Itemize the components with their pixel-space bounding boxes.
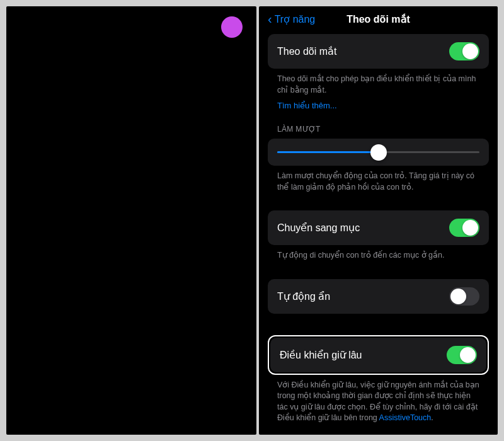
- toggle-knob: [450, 289, 466, 304]
- back-button[interactable]: ‹ Trợ năng: [268, 13, 315, 25]
- auto-hide-toggle[interactable]: [449, 287, 479, 306]
- eye-tracking-description: Theo dõi mắt cho phép bạn điều khiển thi…: [268, 69, 489, 98]
- eye-tracking-cursor-dot: [221, 16, 243, 38]
- assistivetouch-link[interactable]: AssistiveTouch: [379, 413, 432, 422]
- toggle-knob: [462, 43, 478, 59]
- auto-hide-label: Tự động ẩn: [277, 290, 330, 302]
- dwell-control-suffix: .: [431, 413, 433, 422]
- dwell-control-label: Điều khiển giữ lâu: [280, 349, 362, 361]
- smoothing-slider-card: [268, 139, 489, 166]
- slider-fill: [277, 151, 379, 153]
- snap-to-item-row: Chuyển sang mục: [268, 210, 489, 245]
- snap-to-item-toggle[interactable]: [449, 219, 479, 237]
- dwell-control-toggle[interactable]: [447, 346, 477, 364]
- eye-tracking-label: Theo dõi mắt: [277, 45, 336, 57]
- smoothing-section-label: LÀM MƯỢT: [268, 111, 489, 139]
- dwell-control-description: Với Điều khiển giữ lâu, việc giữ nguyên …: [268, 375, 489, 427]
- page-title: Theo dõi mắt: [346, 13, 410, 25]
- snap-to-item-description: Tự động di chuyển con trỏ đến các mục ở …: [268, 245, 489, 264]
- auto-hide-row: Tự động ẩn: [268, 279, 489, 314]
- nav-header: ‹ Trợ năng Theo dõi mắt: [259, 6, 498, 34]
- dwell-control-desc-text: Với Điều khiển giữ lâu, việc giữ nguyên …: [277, 381, 479, 423]
- toggle-knob: [460, 347, 476, 363]
- learn-more-link[interactable]: Tìm hiểu thêm...: [268, 98, 346, 110]
- slider-thumb[interactable]: [370, 144, 387, 161]
- eye-tracking-toggle[interactable]: [449, 42, 479, 60]
- eye-tracking-row: Theo dõi mắt: [268, 34, 489, 69]
- left-preview-panel: [6, 6, 256, 435]
- toggle-knob: [462, 220, 478, 236]
- chevron-left-icon: ‹: [268, 13, 272, 25]
- back-label: Trợ năng: [275, 13, 316, 25]
- snap-to-item-label: Chuyển sang mục: [277, 222, 360, 234]
- smoothing-slider[interactable]: [277, 151, 479, 153]
- smoothing-description: Làm mượt chuyển động của con trỏ. Tăng g…: [268, 166, 489, 195]
- dwell-control-highlight: Điều khiển giữ lâu: [268, 335, 489, 375]
- settings-panel: ‹ Trợ năng Theo dõi mắt Theo dõi mắt The…: [259, 6, 498, 435]
- dwell-control-row: Điều khiển giữ lâu: [270, 338, 486, 372]
